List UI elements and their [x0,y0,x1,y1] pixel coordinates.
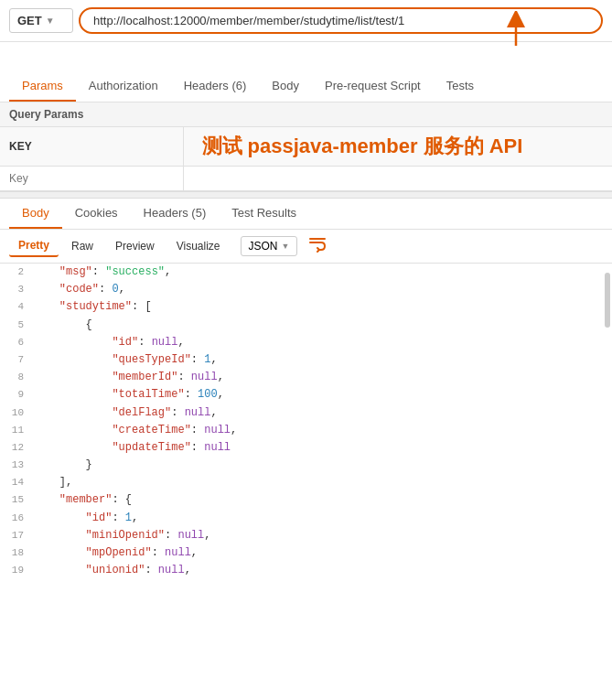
fmt-pretty[interactable]: Pretty [9,235,59,257]
params-table: KEY 测试 passjava-member 服务的 API [0,127,612,191]
line-number: 13 [0,458,33,474]
line-number: 17 [0,528,33,544]
code-area: 2 "msg": "success",3 "code": 0,4 "studyt… [0,264,612,579]
arrow-container [0,38,612,71]
format-bar: Pretty Raw Preview Visualize JSON ▼ [0,230,612,264]
line-number: 12 [0,440,33,457]
line-number: 18 [0,545,33,562]
code-line: 2 "msg": "success", [0,264,612,281]
line-content: { [33,317,612,334]
tab-body[interactable]: Body [259,71,312,102]
code-line: 6 "id": null, [0,334,612,351]
wrap-icon[interactable] [308,235,327,257]
json-format-chevron: ▼ [282,242,290,251]
line-content: "unionid": null, [33,562,612,579]
line-number: 5 [0,318,33,334]
code-line: 14 ], [0,474,612,491]
code-line: 17 "miniOpenid": null, [0,527,612,544]
resp-tab-headers[interactable]: Headers (5) [131,199,220,229]
line-number: 11 [0,423,33,439]
url-arrow-icon [493,11,539,48]
code-line: 8 "memberId": null, [0,369,612,386]
code-line: 12 "updateTime": null [0,439,612,457]
line-content: "code": 0, [33,281,612,298]
code-line: 13 } [0,457,612,474]
code-line: 4 "studytime": [ [0,298,612,316]
fmt-raw[interactable]: Raw [62,236,102,256]
method-select[interactable]: GET ▼ [9,8,73,33]
tab-headers[interactable]: Headers (6) [171,71,260,102]
code-line: 7 "quesTypeId": 1, [0,351,612,369]
section-divider [0,191,612,199]
line-content: "totalTime": 100, [33,386,612,404]
annotation-text: 测试 passjava-member 服务的 API [193,131,523,161]
line-number: 14 [0,475,33,491]
tab-params[interactable]: Params [9,71,76,102]
tab-prerequest[interactable]: Pre-request Script [312,71,434,102]
request-tabs: Params Authorization Headers (6) Body Pr… [0,71,612,102]
line-content: "createTime": null, [33,422,612,439]
line-content: "delFlag": null, [33,404,612,422]
line-number: 19 [0,563,33,579]
fmt-visualize[interactable]: Visualize [167,236,230,256]
line-number: 8 [0,370,33,386]
line-content: "id": null, [33,334,612,351]
line-content: "miniOpenid": null, [33,527,612,544]
line-content: "member": { [33,491,612,509]
code-line: 16 "id": 1, [0,510,612,527]
line-number: 9 [0,387,33,404]
method-label: GET [17,14,42,27]
line-number: 3 [0,282,33,298]
params-key-header: KEY [0,127,183,167]
resp-tab-testresults[interactable]: Test Results [219,199,309,229]
line-content: "id": 1, [33,510,612,527]
code-line: 5 { [0,317,612,334]
json-format-label: JSON [249,240,278,253]
line-content: "msg": "success", [33,264,612,281]
line-content: "studytime": [ [33,298,612,316]
resp-tab-cookies[interactable]: Cookies [62,199,131,229]
json-format-select[interactable]: JSON ▼ [241,236,298,256]
params-value-input-cell [183,167,612,191]
resp-tab-body[interactable]: Body [9,199,62,229]
line-number: 2 [0,264,33,281]
line-number: 10 [0,405,33,422]
query-params-label: Query Params [0,102,612,127]
line-content: } [33,457,612,474]
line-number: 6 [0,335,33,351]
params-annotation-header: 测试 passjava-member 服务的 API [183,127,612,167]
line-content: "updateTime": null [33,439,612,457]
params-key-input-cell [0,167,183,191]
line-number: 15 [0,492,33,509]
code-line: 19 "unionid": null, [0,562,612,579]
code-line: 10 "delFlag": null, [0,404,612,422]
response-tabs: Body Cookies Headers (5) Test Results [0,199,612,230]
code-line: 9 "totalTime": 100, [0,386,612,404]
method-chevron: ▼ [46,16,55,26]
line-content: "memberId": null, [33,369,612,386]
params-key-input[interactable] [9,172,174,185]
code-line: 15 "member": { [0,491,612,509]
line-number: 4 [0,299,33,316]
code-line: 11 "createTime": null, [0,422,612,439]
code-wrapper: 2 "msg": "success",3 "code": 0,4 "studyt… [0,264,612,579]
line-content: ], [33,474,612,491]
line-content: "mpOpenid": null, [33,544,612,562]
tab-tests[interactable]: Tests [434,71,487,102]
code-line: 3 "code": 0, [0,281,612,298]
line-number: 7 [0,352,33,369]
code-line: 18 "mpOpenid": null, [0,544,612,562]
line-content: "quesTypeId": 1, [33,351,612,369]
scrollbar[interactable] [605,273,610,328]
fmt-preview[interactable]: Preview [106,236,164,256]
line-number: 16 [0,511,33,527]
tab-authorization[interactable]: Authorization [76,71,171,102]
